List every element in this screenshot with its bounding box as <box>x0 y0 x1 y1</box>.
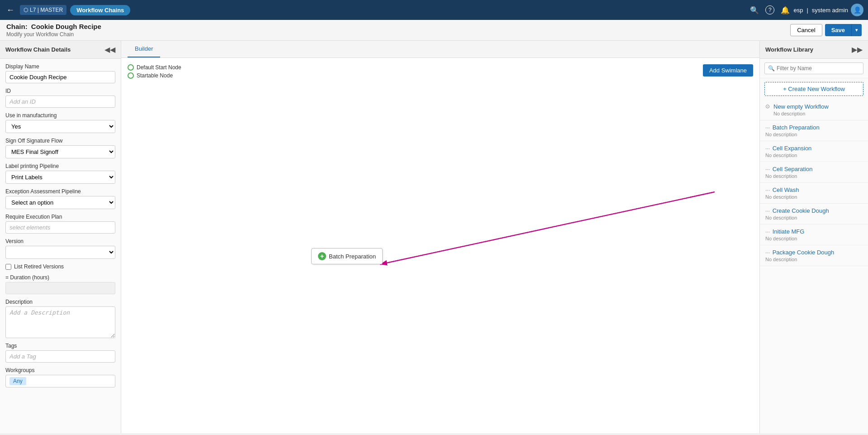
startable-circle <box>128 72 134 79</box>
bell-icon[interactable]: 🔔 <box>781 6 790 14</box>
exception-field: Exception Assessment Pipeline Select an … <box>5 188 115 209</box>
workflow-name: ··· Initiate MFG <box>765 228 863 235</box>
list-item[interactable]: ··· Cell Expansion No description <box>760 141 868 162</box>
use-in-mfg-field: Use in manufacturing Yes No <box>5 112 115 133</box>
default-start-label: Default Start Node <box>137 64 181 71</box>
workgroups-label: Workgroups <box>5 367 115 373</box>
tab-builder[interactable]: Builder <box>128 41 160 57</box>
builder-tabs: Builder <box>121 41 759 58</box>
nav-separator: | <box>806 7 808 14</box>
right-panel-collapse-button[interactable]: ▶▶ <box>852 45 863 54</box>
description-label: Description <box>5 299 115 305</box>
right-panel-header: Workflow Library ▶▶ <box>760 41 868 59</box>
exception-label: Exception Assessment Pipeline <box>5 188 115 195</box>
filter-input[interactable] <box>764 62 863 74</box>
nav-icons: 🔍 ? 🔔 <box>750 5 790 14</box>
workflow-library-title: Workflow Library <box>765 46 813 53</box>
help-icon[interactable]: ? <box>765 5 774 14</box>
filter-wrap: 🔍 <box>760 59 868 78</box>
node-label: Batch Preparation <box>329 253 376 260</box>
workflow-name: ··· Cell Wash <box>765 186 863 193</box>
display-name-label: Display Name <box>5 63 115 70</box>
use-in-mfg-select[interactable]: Yes No <box>5 120 115 133</box>
language-selector[interactable]: esp <box>793 7 803 14</box>
right-panel: Workflow Library ▶▶ 🔍 + Create New Workf… <box>759 41 868 433</box>
canvas-legend: Default Start Node Startable Node <box>128 64 181 79</box>
left-sidebar: Workflow Chain Details ◀◀ Display Name I… <box>0 41 121 433</box>
version-field: Version <box>5 238 115 259</box>
workgroups-input[interactable] <box>29 378 111 385</box>
startable-label: Startable Node <box>137 72 173 79</box>
tags-input[interactable] <box>5 350 115 363</box>
label-pipeline-select[interactable]: Print Labels <box>5 171 115 184</box>
node-plus-icon: + <box>318 252 326 260</box>
create-new-workflow-button[interactable]: + Create New Workflow <box>764 82 863 96</box>
app-label: L7 | MASTER <box>30 7 63 13</box>
require-exec-input[interactable] <box>5 221 115 234</box>
user-info: system admin 👤 <box>812 4 863 16</box>
cancel-button[interactable]: Cancel <box>790 24 822 36</box>
default-start-circle <box>128 64 134 71</box>
list-item[interactable]: ··· Create Cookie Dough No description <box>760 204 868 225</box>
legend-startable: Startable Node <box>128 72 181 79</box>
workflow-name: ··· Package Cookie Dough <box>765 249 863 256</box>
builder-canvas[interactable]: Default Start Node Startable Node Add Sw… <box>121 58 759 433</box>
svg-line-3 <box>380 192 715 264</box>
list-item[interactable]: ··· Initiate MFG No description <box>760 225 868 245</box>
list-retired-label: List Retired Versions <box>14 263 64 270</box>
workflow-name: ··· Batch Preparation <box>765 124 863 131</box>
workflow-desc: No description <box>765 153 863 158</box>
workflow-chains-nav[interactable]: Workflow Chains <box>70 5 130 15</box>
chain-title: Chain: Cookie Dough Recipe <box>6 23 101 30</box>
display-name-field: Display Name <box>5 63 115 83</box>
id-input[interactable] <box>5 96 115 108</box>
arrow-overlay <box>121 58 759 433</box>
tags-field: Tags <box>5 343 115 363</box>
description-field: Description <box>5 299 115 338</box>
workgroups-any-badge: Any <box>9 377 26 385</box>
list-item[interactable]: ··· Cell Wash No description <box>760 183 868 204</box>
svg-line-1 <box>380 192 715 264</box>
batch-preparation-node[interactable]: + Batch Preparation <box>311 248 383 264</box>
signoff-field: Sign Off Signature Flow MES Final Signof… <box>5 138 115 158</box>
list-item[interactable]: ··· Package Cookie Dough No description <box>760 245 868 266</box>
signoff-label: Sign Off Signature Flow <box>5 138 115 144</box>
workflow-name: ··· Create Cookie Dough <box>765 207 863 214</box>
exception-select[interactable]: Select an option <box>5 196 115 209</box>
legend-default-start: Default Start Node <box>128 64 181 71</box>
workflow-name: ··· Cell Expansion <box>765 145 863 152</box>
list-item[interactable]: ··· Cell Separation No description <box>760 162 868 183</box>
builder-area: Builder Default Start Node Startable Nod… <box>121 41 759 433</box>
app-logo: ⬡ L7 | MASTER <box>20 5 66 15</box>
back-button[interactable]: ← <box>5 4 16 17</box>
signoff-select[interactable]: MES Final Signoff <box>5 145 115 158</box>
main-layout: Workflow Chain Details ◀◀ Display Name I… <box>0 41 868 433</box>
list-item[interactable]: ⊙ New empty Workflow No description <box>760 100 868 120</box>
user-name: system admin <box>812 7 848 14</box>
save-dropdown-button[interactable]: ▾ <box>851 24 862 36</box>
new-workflow-icon: ⊙ <box>765 103 770 110</box>
display-name-input[interactable] <box>5 71 115 83</box>
list-retired-checkbox[interactable] <box>5 264 11 270</box>
avatar: 👤 <box>851 4 863 16</box>
sub-header: Chain: Cookie Dough Recipe Modify your W… <box>0 20 868 41</box>
add-swimlane-button[interactable]: Add Swimlane <box>703 64 753 76</box>
chain-sub: Modify your Workflow Chain <box>6 31 101 38</box>
tags-label: Tags <box>5 343 115 349</box>
label-pipeline-label: Label printing Pipeline <box>5 163 115 169</box>
sidebar-body: Display Name ID Use in manufacturing Yes… <box>0 59 121 392</box>
sidebar-collapse-button[interactable]: ◀◀ <box>104 45 115 54</box>
description-textarea[interactable] <box>5 306 115 338</box>
duration-input[interactable] <box>5 282 115 294</box>
require-exec-field: Require Execution Plan <box>5 214 115 234</box>
use-in-mfg-label: Use in manufacturing <box>5 112 115 119</box>
require-exec-label: Require Execution Plan <box>5 214 115 220</box>
list-item[interactable]: ··· Batch Preparation No description <box>760 120 868 141</box>
workflow-desc: No description <box>765 215 863 220</box>
version-select[interactable] <box>5 246 115 259</box>
workflow-desc: No description <box>765 194 863 200</box>
search-icon[interactable]: 🔍 <box>750 6 759 14</box>
label-pipeline-field: Label printing Pipeline Print Labels <box>5 163 115 184</box>
save-button[interactable]: Save <box>825 24 851 36</box>
id-label: ID <box>5 88 115 94</box>
